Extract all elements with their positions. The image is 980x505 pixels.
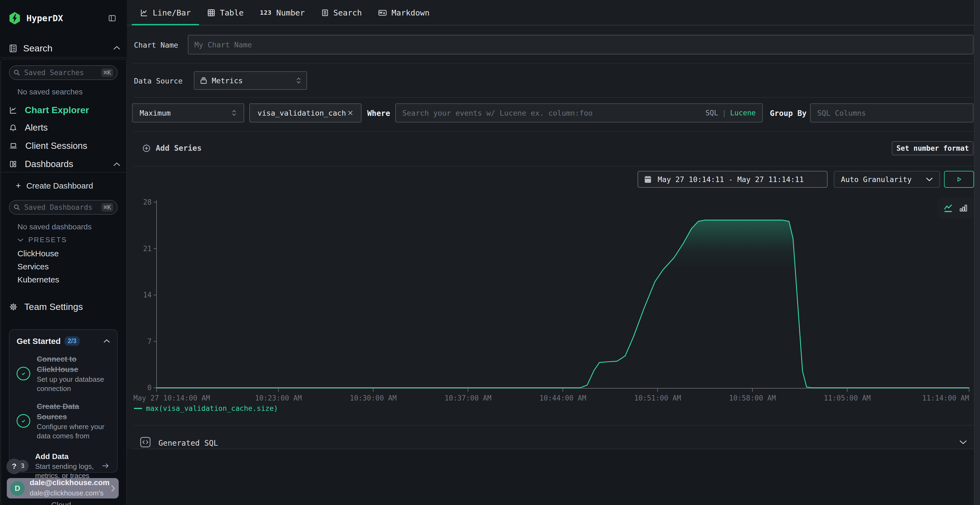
shortcut-badge: ⌘K (101, 68, 113, 77)
data-source-select[interactable]: Metrics (194, 71, 307, 90)
get-started-header[interactable]: Get Started 2/3 (17, 336, 110, 346)
svg-text:0: 0 (147, 384, 152, 392)
sidebar-item-client-sessions[interactable]: Client Sessions (9, 141, 87, 151)
chevron-down-icon[interactable] (959, 440, 967, 445)
chart-name-input[interactable]: My Chart Name (188, 35, 974, 54)
select-chevrons-icon (296, 78, 301, 84)
set-number-format-button[interactable]: Set number format (892, 141, 974, 156)
nav-label: Dashboards (25, 159, 73, 169)
no-saved-dashboards-text: No saved dashboards (18, 222, 91, 231)
metric-field-chip[interactable]: visa_validation_cach (249, 103, 361, 122)
saved-dashboards-input[interactable]: Saved Dashboards ⌘K (9, 200, 118, 215)
data-source-value: Metrics (212, 76, 243, 85)
clipped-text: Cloud (51, 501, 71, 505)
svg-text:14: 14 (143, 291, 152, 299)
chart-legend: max(visa_validation_cache.size) (134, 404, 278, 413)
svg-text:10:23:00 AM: 10:23:00 AM (255, 394, 302, 402)
nav-label: Chart Explorer (25, 105, 89, 115)
mode-divider: | (722, 109, 726, 117)
sidebar-item-team-settings[interactable]: Team Settings (9, 302, 83, 312)
section-label: Search (23, 43, 52, 54)
tab-line-bar[interactable]: Line/Bar (132, 0, 199, 25)
sidebar-item-chart-explorer[interactable]: Chart Explorer (9, 105, 89, 115)
plus-icon: + (16, 181, 21, 191)
tab-number[interactable]: 123 Number (252, 0, 313, 25)
legend-label: max(visa_validation_cache.size) (146, 404, 278, 413)
chevron-down-icon (926, 177, 933, 181)
sql-mode-toggle[interactable]: SQL (705, 109, 718, 117)
get-started-item[interactable]: Connect to ClickHouse Set up your databa… (17, 354, 110, 393)
sidebar-item-alerts[interactable]: Alerts (9, 122, 48, 133)
time-range-picker[interactable]: May 27 10:14:11 - May 27 11:14:11 (638, 171, 827, 188)
tab-markdown[interactable]: Markdown (370, 0, 438, 25)
tab-bar: Line/Bar Table 123 Number Search Markdow… (132, 0, 438, 25)
search-icon (13, 204, 21, 211)
database-icon (200, 77, 207, 84)
item-title: Add Data (35, 452, 68, 461)
chart-line-icon (9, 106, 17, 114)
scrollbar[interactable] (974, 0, 980, 505)
where-label: Where (367, 109, 390, 118)
aggregation-select[interactable]: Maximum (132, 103, 244, 122)
run-query-button[interactable] (944, 171, 974, 188)
chevron-up-icon[interactable] (113, 46, 120, 50)
divider (134, 166, 974, 167)
where-input[interactable]: Search your events w/ Lucene ex. column:… (395, 103, 763, 122)
check-circle-icon (17, 367, 30, 380)
sidebar-section-search[interactable]: Search (9, 43, 52, 54)
get-started-item[interactable]: 3 Add Data Start sending logs, metrics, … (17, 451, 110, 480)
group-by-label: Group By (770, 109, 807, 118)
create-dashboard-button[interactable]: + Create Dashboard (16, 181, 93, 191)
add-series-button[interactable]: Add Series (142, 144, 202, 152)
generated-sql-row[interactable]: Generated SQL (127, 426, 974, 449)
main-content: Line/Bar Table 123 Number Search Markdow… (127, 0, 980, 505)
preset-clickhouse[interactable]: ClickHouse (18, 249, 59, 258)
svg-text:28: 28 (143, 198, 152, 206)
presets-toggle[interactable]: PRESETS (18, 236, 67, 244)
user-card[interactable]: D dale@clickhouse.com dale@clickhouse.co… (7, 478, 119, 499)
get-started-title: Get Started (17, 337, 61, 346)
saved-searches-placeholder: Saved Searches (24, 68, 101, 77)
code-icon (139, 436, 151, 448)
preset-services[interactable]: Services (18, 262, 49, 271)
close-icon[interactable] (347, 110, 353, 116)
sidebar-item-dashboards[interactable]: Dashboards (9, 159, 73, 169)
hyperdx-logo-icon (9, 12, 21, 24)
lucene-mode-toggle[interactable]: Lucene (730, 109, 756, 117)
collapse-sidebar-icon[interactable] (108, 14, 116, 22)
saved-dashboards-placeholder: Saved Dashboards (24, 203, 101, 211)
line-chart[interactable]: 07142128May 27 10:14:00 AM10:23:00 AM10:… (128, 188, 974, 405)
get-started-item[interactable]: Create Data Sources Configure where your… (17, 401, 110, 440)
laptop-icon (9, 142, 18, 150)
time-range-value: May 27 10:14:11 - May 27 11:14:11 (658, 175, 803, 184)
legend-line-swatch (134, 408, 142, 409)
nav-label: Alerts (25, 122, 48, 133)
journal-icon (9, 44, 17, 53)
granularity-select[interactable]: Auto Granularity (834, 171, 940, 188)
svg-text:10:30:00 AM: 10:30:00 AM (350, 394, 397, 402)
divider (134, 132, 974, 132)
bell-icon (9, 123, 17, 132)
chevron-up-icon[interactable] (103, 339, 110, 343)
preset-kubernetes[interactable]: Kubernetes (18, 275, 59, 284)
chart-name-label: Chart Name (134, 41, 178, 49)
markdown-icon (378, 9, 387, 17)
item-title: Connect to ClickHouse (37, 355, 78, 373)
saved-searches-input[interactable]: Saved Searches ⌘K (9, 65, 118, 80)
help-button[interactable]: ? (6, 459, 22, 474)
svg-text:10:58:00 AM: 10:58:00 AM (729, 394, 776, 402)
group-by-input[interactable]: SQL Columns (810, 103, 974, 122)
tab-search[interactable]: Search (313, 0, 370, 25)
item-desc: Configure where your data comes from (37, 422, 105, 440)
app-title: HyperDX (26, 13, 63, 24)
chevron-down-icon (18, 238, 24, 242)
item-title: Create Data Sources (37, 402, 79, 421)
svg-text:10:51:00 AM: 10:51:00 AM (634, 394, 681, 402)
tab-table[interactable]: Table (199, 0, 252, 25)
svg-text:11:14:00 AM: 11:14:00 AM (922, 394, 969, 402)
no-saved-searches-text: No saved searches (18, 87, 83, 96)
user-email: dale@clickhouse.com (30, 478, 110, 487)
svg-text:7: 7 (147, 337, 152, 346)
calendar-icon (644, 175, 652, 183)
chevron-up-icon[interactable] (113, 162, 120, 167)
